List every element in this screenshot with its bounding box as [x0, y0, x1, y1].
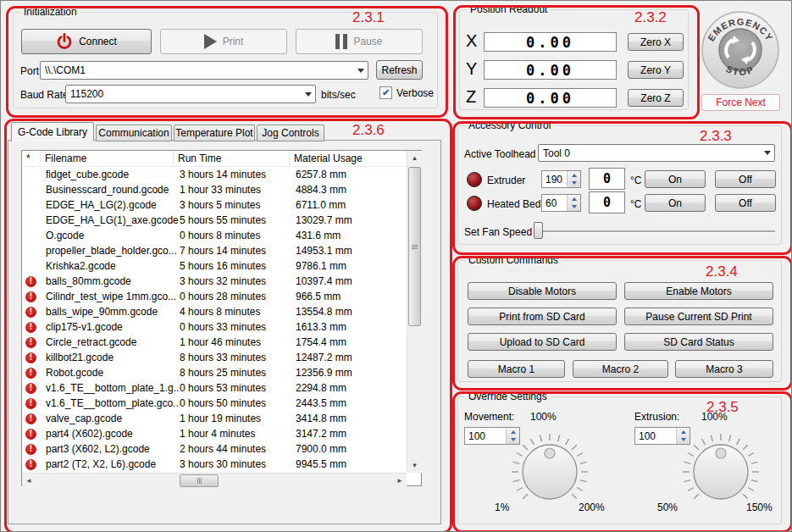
- pause-sd-print-button[interactable]: Pause Current SD Print: [624, 308, 773, 325]
- heated-bed-temp-display: 0: [589, 191, 625, 213]
- filename-cell: Businesscard_round.gcode: [46, 184, 180, 196]
- enable-motors-button[interactable]: Enable Motors: [624, 282, 773, 300]
- horizontal-scrollbar[interactable]: ◄ ►: [22, 473, 407, 488]
- extruder-off-button[interactable]: Off: [715, 170, 776, 188]
- table-row[interactable]: !clip175-v1.gcode0 hours 33 minutes1613.…: [22, 319, 407, 335]
- upload-to-sd-button[interactable]: Upload to SD Card: [468, 333, 617, 351]
- runtime-cell: 4 hours 8 minutes: [180, 306, 296, 318]
- table-row[interactable]: !part4 (X602).gcode1 hour 4 minutes3147.…: [22, 426, 407, 441]
- column-header-material[interactable]: Material Usage: [290, 151, 407, 167]
- table-row[interactable]: propeller_blade_holder.gco...7 hours 14 …: [22, 243, 407, 258]
- heated-bed-setpoint-spinner[interactable]: 60: [541, 194, 581, 212]
- extruder-on-button[interactable]: On: [645, 170, 706, 188]
- macro-2-button[interactable]: Macro 2: [573, 360, 668, 378]
- print-button[interactable]: Print: [160, 29, 287, 54]
- chevron-down-icon: [302, 92, 315, 97]
- extruder-units-label: °C: [630, 175, 641, 186]
- filename-cell: propeller_blade_holder.gco...: [46, 245, 180, 257]
- table-row[interactable]: !valve_cap.gcode1 hour 19 minutes3414.8 …: [22, 411, 407, 426]
- column-header-star[interactable]: *: [22, 151, 41, 167]
- table-row[interactable]: EDGE_HA_LG(1)_axe.gcode5 hours 55 minute…: [22, 213, 407, 228]
- column-header-runtime[interactable]: Run Time: [174, 151, 290, 167]
- movement-max-label: 200%: [579, 502, 605, 513]
- table-header: * Filename Run Time Material Usage: [22, 151, 407, 167]
- extrusion-knob[interactable]: [680, 431, 762, 513]
- emergency-stop-button[interactable]: EMERGENCY STOP: [701, 10, 780, 90]
- tab-communication-label: Communication: [98, 127, 169, 139]
- port-combobox[interactable]: \\.\COM1: [40, 61, 368, 80]
- scroll-left-icon[interactable]: ◄: [22, 474, 36, 488]
- spinner-arrows-icon[interactable]: [567, 195, 580, 211]
- material-cell: 6711.0 mm: [296, 199, 407, 211]
- verbose-label: Verbose: [396, 87, 434, 99]
- print-from-sd-button[interactable]: Print from SD Card: [468, 308, 617, 325]
- zero-y-label: Zero Y: [640, 64, 671, 76]
- zero-y-button[interactable]: Zero Y: [628, 61, 684, 79]
- heated-bed-units-label: °C: [630, 198, 641, 210]
- movement-knob[interactable]: [509, 431, 590, 513]
- fan-speed-slider-track[interactable]: [536, 230, 775, 233]
- active-toolhead-combobox[interactable]: Tool 0: [538, 144, 775, 162]
- force-next-button[interactable]: Force Next: [701, 94, 780, 111]
- initialization-title: Initialization: [20, 6, 80, 18]
- pause-button[interactable]: Pause: [296, 29, 423, 54]
- refresh-label: Refresh: [381, 64, 417, 76]
- table-row[interactable]: O.gcode0 hours 8 minutes431.6 mm: [22, 228, 407, 243]
- table-row[interactable]: fidget_cube.gcode3 hours 14 minutes6257.…: [22, 167, 407, 182]
- extruder-on-label: On: [668, 174, 682, 186]
- disable-motors-button[interactable]: Disable Motors: [468, 282, 617, 300]
- table-row[interactable]: Krishka2.gcode5 hours 16 minutes9786.1 m…: [22, 258, 407, 274]
- tab-communication[interactable]: Communication: [96, 125, 172, 141]
- extrusion-min-label: 50%: [657, 502, 678, 513]
- tab-temperature-plot[interactable]: Temperature Plot: [174, 125, 255, 141]
- macro-3-button[interactable]: Macro 3: [675, 360, 773, 378]
- pause-label: Pause: [353, 36, 382, 47]
- table-row[interactable]: !Cilindr_test_wipe 1mm.gco...0 hours 28 …: [22, 289, 407, 304]
- sd-card-status-button[interactable]: SD Card Status: [624, 333, 773, 351]
- heated-bed-off-button[interactable]: Off: [715, 194, 776, 212]
- horizontal-scrollbar-thumb[interactable]: [180, 474, 219, 487]
- refresh-button[interactable]: Refresh: [376, 60, 423, 80]
- scroll-down-icon[interactable]: ▼: [407, 458, 422, 473]
- table-row[interactable]: !Circle_retract.gcode1 hour 46 minutes17…: [22, 335, 407, 350]
- filename-cell: Cilindr_test_wipe 1mm.gco...: [46, 291, 180, 302]
- table-row[interactable]: !v1.6_TE__bottom_plate.gco...0 hours 50 …: [22, 396, 407, 411]
- zero-z-button[interactable]: Zero Z: [628, 89, 684, 107]
- macro-1-button[interactable]: Macro 1: [468, 360, 565, 378]
- printer-control-window: 2.3.1 2.3.2 2.3.3 2.3.4 2.3.5 2.3.6 Init…: [0, 0, 792, 532]
- fan-speed-slider-thumb[interactable]: [534, 222, 543, 239]
- verbose-checkbox[interactable]: ✔ Verbose: [379, 86, 434, 99]
- error-icon: !: [25, 398, 46, 409]
- scroll-right-icon[interactable]: ►: [393, 474, 407, 488]
- port-value: \\.\COM1: [45, 64, 354, 76]
- tab-gcode-library[interactable]: G-Code Library: [11, 122, 94, 141]
- material-cell: 10397.4 mm: [296, 275, 407, 287]
- zero-x-button[interactable]: Zero X: [628, 33, 684, 51]
- material-cell: 4884.3 mm: [296, 184, 407, 196]
- table-row[interactable]: EDGE_HA_LG(2).gcode3 hours 5 minutes6711…: [22, 197, 407, 213]
- movement-min-label: 1%: [495, 502, 509, 513]
- filename-cell: v1.6_TE__bottom_plate_1.g...: [46, 382, 180, 394]
- table-row[interactable]: Businesscard_round.gcode1 hour 33 minute…: [22, 182, 407, 197]
- extruder-setpoint-spinner[interactable]: 190: [541, 170, 581, 188]
- table-row[interactable]: !balls_wipe_90mm.gcode4 hours 8 minutes1…: [22, 304, 407, 319]
- annotation-label-2-3-3: 2.3.3: [700, 128, 732, 145]
- scroll-up-icon[interactable]: ▲: [407, 151, 422, 165]
- table-row[interactable]: !part2 (T2, X2, L6).gcode3 hours 30 minu…: [22, 457, 407, 472]
- heated-bed-on-button[interactable]: On: [645, 194, 706, 212]
- table-row[interactable]: !killbot21.gcode8 hours 33 minutes12487.…: [22, 350, 407, 365]
- vertical-scrollbar-thumb[interactable]: [408, 167, 421, 326]
- table-row[interactable]: !part3 (X602, L2).gcode2 hours 44 minute…: [22, 441, 407, 457]
- material-cell: 13029.7 mm: [296, 214, 407, 226]
- table-row[interactable]: !v1.6_TE__bottom_plate_1.g...0 hours 53 …: [22, 380, 407, 396]
- baud-rate-combobox[interactable]: 115200: [65, 85, 316, 103]
- spinner-arrows-icon[interactable]: [567, 171, 580, 187]
- upload-to-sd-label: Upload to SD Card: [500, 336, 585, 348]
- play-icon: [204, 34, 217, 49]
- vertical-scrollbar[interactable]: ▲ ▼: [407, 151, 422, 473]
- tab-jog-controls[interactable]: Jog Controls: [257, 125, 324, 141]
- column-header-filename[interactable]: Filename: [41, 151, 174, 167]
- table-row[interactable]: !Robot.gcode8 hours 25 minutes12356.9 mm: [22, 365, 407, 380]
- connect-button[interactable]: Connect: [21, 29, 152, 54]
- table-row[interactable]: !balls_80mm.gcode3 hours 32 minutes10397…: [22, 274, 407, 289]
